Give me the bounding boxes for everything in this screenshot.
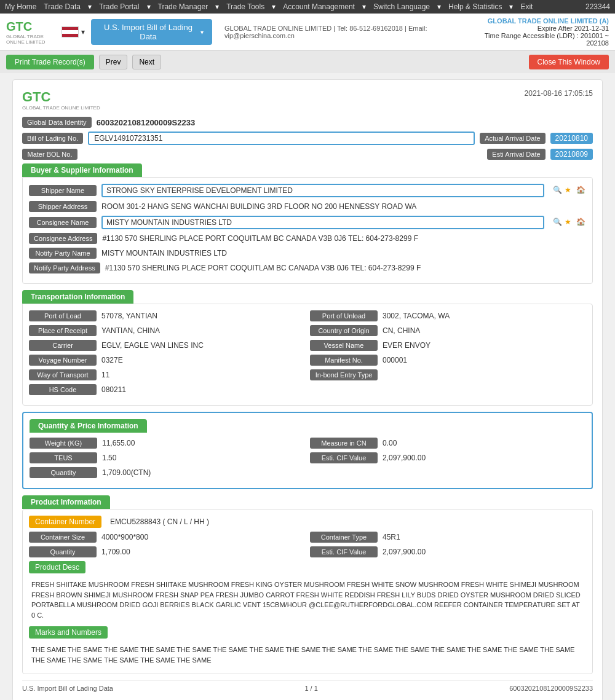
nav-my-home[interactable]: My Home xyxy=(5,2,36,11)
header-bar: GTC GLOBAL TRADE ONLINE LIMITED ▾ U.S. I… xyxy=(0,14,615,51)
shipper-star-icon[interactable]: ★ xyxy=(565,186,574,195)
hs-code-label: HS Code xyxy=(29,384,97,395)
nav-account-management[interactable]: Account Management xyxy=(283,2,355,11)
marks-button[interactable]: Marks and Numbers xyxy=(29,626,108,639)
logo-area: GTC GLOBAL TRADE ONLINE LIMITED xyxy=(6,18,55,46)
container-type-label: Container Type xyxy=(310,532,378,543)
top-action-bar: Print Trade Record(s) Prev Next Close Th… xyxy=(0,51,615,73)
container-size-type-row: Container Size 4000*900*800 Container Ty… xyxy=(29,532,586,543)
teus-label: TEUS xyxy=(30,452,97,463)
nav-exit[interactable]: Exit xyxy=(520,2,533,11)
carrier-value: EGLV, EAGLE VAN LINES INC xyxy=(101,341,305,350)
weight-value: 11,655.00 xyxy=(102,439,305,447)
country-of-origin-value: CN, CHINA xyxy=(383,326,586,335)
global-data-label: Global Data Identity xyxy=(22,117,92,128)
buyer-supplier-box: Shipper Name STRONG SKY ENTERPRISE DEVEL… xyxy=(22,177,593,284)
consignee-address-value: #1130 570 SHERLING PLACE PORT COQUITLAM … xyxy=(102,234,586,243)
hs-code-row: HS Code 080211 xyxy=(29,384,586,395)
esti-cif-label: Esti. CIF Value xyxy=(310,452,378,463)
port-of-load-label: Port of Load xyxy=(29,310,97,321)
nav-trade-tools[interactable]: Trade Tools xyxy=(226,2,264,11)
account-expire: Expire After 2021-12-31 xyxy=(474,25,609,32)
container-number-value: EMCU5288843 ( CN / L / HH ) xyxy=(110,517,586,526)
nav-trade-data[interactable]: Trade Data xyxy=(44,2,81,11)
manifest-no-label: Manifest No. xyxy=(310,355,378,366)
data-source-dropdown[interactable]: U.S. Import Bill of Lading Data ▾ xyxy=(91,19,212,45)
product-quantity-label: Quantity xyxy=(29,546,97,557)
shipper-address-label: Shipper Address xyxy=(29,201,97,212)
carrier-label: Carrier xyxy=(29,340,97,351)
account-info: GLOBAL TRADE ONLINE LIMITED (A) Expire A… xyxy=(474,17,609,47)
notify-party-name-row: Notify Party Name MISTY MOUNTAIN INDUSTR… xyxy=(29,248,586,259)
vessel-name-label: Vessel Name xyxy=(310,340,378,351)
logo-image: GTC GLOBAL TRADE ONLINE LIMITED xyxy=(6,18,55,46)
bol-row: Bill of Lading No. EGLV149107231351 Actu… xyxy=(22,132,593,145)
account-number: 223344 xyxy=(585,2,610,11)
top-navigation: My Home Trade Data ▾ Trade Portal ▾ Trad… xyxy=(0,0,615,14)
place-of-receipt-value: YANTIAN, CHINA xyxy=(101,326,305,335)
card-header: GTC GLOBAL TRADE ONLINE LIMITED 2021-08-… xyxy=(22,89,593,111)
global-data-value: 60032021081200009S2233 xyxy=(97,118,196,127)
print-button-top[interactable]: Print Trade Record(s) xyxy=(6,55,94,69)
port-of-load-value: 57078, YANTIAN xyxy=(101,312,305,320)
qty-price-header: Quantity & Price Information xyxy=(30,419,147,433)
consignee-home-icon[interactable]: 🏠 xyxy=(576,218,586,227)
card-logo-text: GTC xyxy=(22,89,100,105)
notify-party-name-value: MISTY MOUNTAIN INDUSTRIES LTD xyxy=(101,249,586,258)
shipper-name-row: Shipper Name STRONG SKY ENTERPRISE DEVEL… xyxy=(29,184,586,197)
nav-trade-manager[interactable]: Trade Manager xyxy=(158,2,208,11)
marks-row: Marks and Numbers xyxy=(29,626,586,639)
next-button-top[interactable]: Next xyxy=(132,55,161,69)
record-card: GTC GLOBAL TRADE ONLINE LIMITED 2021-08-… xyxy=(12,79,603,700)
way-of-transport-value: 11 xyxy=(101,371,305,379)
mater-bol-row: Mater BOL No. Esti Arrival Date 20210809 xyxy=(22,149,593,160)
esti-arrival-label: Esti Arrival Date xyxy=(487,149,545,160)
consignee-name-label: Consignee Name xyxy=(29,217,97,228)
port-of-unload-value: 3002, TACOMA, WA xyxy=(383,312,586,320)
nav-switch-language[interactable]: Switch Language xyxy=(373,2,430,11)
container-number-row: Container Number EMCU5288843 ( CN / L / … xyxy=(29,516,586,528)
product-desc-button[interactable]: Product Desc xyxy=(29,561,85,573)
nav-items: My Home Trade Data ▾ Trade Portal ▾ Trad… xyxy=(5,2,533,11)
nav-trade-portal[interactable]: Trade Portal xyxy=(99,2,140,11)
container-type-value: 45R1 xyxy=(383,533,586,541)
quantity-row: Quantity 1,709.00(CTN) xyxy=(30,467,585,478)
card-logo: GTC GLOBAL TRADE ONLINE LIMITED xyxy=(22,89,100,111)
card-logo-sub: GLOBAL TRADE ONLINE LIMITED xyxy=(22,105,100,111)
actual-arrival-value: 20210810 xyxy=(550,133,593,144)
product-box: Container Number EMCU5288843 ( CN / L / … xyxy=(22,509,593,674)
prev-button-top[interactable]: Prev xyxy=(99,55,128,69)
consignee-search-icon[interactable]: 🔍 xyxy=(553,218,563,227)
shipper-name-value: STRONG SKY ENTERPRISE DEVELOPMENT LIMITE… xyxy=(101,184,544,197)
voyage-number-value: 0327E xyxy=(101,356,305,364)
consignee-icons: 🔍 ★ 🏠 xyxy=(553,218,586,227)
carrier-vessel-row: Carrier EGLV, EAGLE VAN LINES INC Vessel… xyxy=(29,340,586,351)
shipper-search-icon[interactable]: 🔍 xyxy=(553,186,563,195)
qty-price-section: Quantity & Price Information Weight (KG)… xyxy=(22,412,593,489)
shipper-home-icon[interactable]: 🏠 xyxy=(576,186,586,195)
quantity-label: Quantity xyxy=(30,467,97,478)
consignee-name-value: MISTY MOUNTAIN INDUSTRIES LTD xyxy=(101,216,544,229)
close-button-top[interactable]: Close This Window xyxy=(529,55,609,69)
port-row: Port of Load 57078, YANTIAN Port of Unlo… xyxy=(29,310,586,321)
record-footer: U.S. Import Bill of Lading Data 1 / 1 60… xyxy=(22,680,593,692)
notify-party-address-row: Notify Party Address #1130 570 SHERLING … xyxy=(29,262,586,273)
dropdown-label: U.S. Import Bill of Lading Data xyxy=(100,23,197,41)
nav-help-statistics[interactable]: Help & Statistics xyxy=(448,2,502,11)
shipper-address-value: ROOM 301-2 HANG SENG WANCHAI BUILDING 3R… xyxy=(101,202,586,211)
consignee-name-row: Consignee Name MISTY MOUNTAIN INDUSTRIES… xyxy=(29,216,586,229)
place-country-row: Place of Receipt YANTIAN, CHINA Country … xyxy=(29,325,586,336)
container-number-button[interactable]: Container Number xyxy=(29,516,101,528)
hs-code-value: 080211 xyxy=(101,385,586,394)
port-of-unload-label: Port of Unload xyxy=(310,310,378,321)
container-size-value: 4000*900*800 xyxy=(101,533,305,541)
global-data-identity-row: Global Data Identity 60032021081200009S2… xyxy=(22,117,593,128)
product-desc-text: FRESH SHIITAKE MUSHROOM FRESH SHIITAKE M… xyxy=(29,577,586,623)
flag-dropdown-icon[interactable]: ▾ xyxy=(81,28,85,36)
esti-cif-value: 2,097,900.00 xyxy=(383,454,585,462)
consignee-star-icon[interactable]: ★ xyxy=(565,218,574,227)
product-esti-cif-label: Esti. CIF Value xyxy=(310,546,378,557)
marks-text: THE SAME THE SAME THE SAME THE SAME THE … xyxy=(29,642,586,667)
actual-arrival-label: Actual Arrival Date xyxy=(480,133,545,144)
us-flag-icon xyxy=(62,26,79,37)
